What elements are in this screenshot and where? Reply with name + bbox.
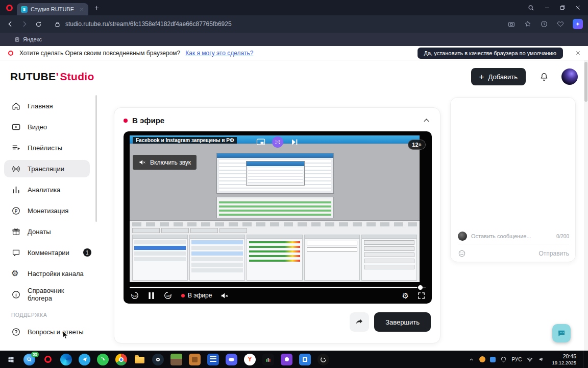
- taskbar-opera-icon[interactable]: [42, 354, 54, 365]
- search-icon[interactable]: [527, 4, 535, 12]
- minimize-button[interactable]: [544, 5, 550, 11]
- tray-app-icon[interactable]: [479, 356, 485, 362]
- taskbar-chrome-icon[interactable]: [115, 354, 127, 365]
- unmute-button[interactable]: Включить звук: [133, 155, 197, 170]
- volume-icon[interactable]: [538, 356, 545, 363]
- heart-icon[interactable]: [556, 20, 565, 28]
- page-scrollbar[interactable]: [584, 60, 588, 351]
- sidebar-item-analytics[interactable]: Аналитика: [4, 181, 90, 198]
- pause-icon[interactable]: [148, 292, 155, 300]
- muted-volume-icon[interactable]: [220, 291, 229, 300]
- share-button[interactable]: [350, 312, 369, 332]
- sidebar-item-channel-settings[interactable]: Настройки канала: [4, 265, 90, 282]
- tray-shield-icon[interactable]: [500, 356, 507, 363]
- forward-button[interactable]: [20, 20, 29, 28]
- progress-bar[interactable]: [130, 287, 426, 288]
- broadcast-icon: [11, 164, 21, 174]
- taskbar-app-icon[interactable]: [299, 354, 311, 365]
- sidebar-item-playlists[interactable]: Плейлисты: [4, 139, 90, 156]
- finish-stream-button[interactable]: Завершить: [374, 312, 431, 332]
- chat-bottom-row: Отправить: [458, 249, 569, 258]
- tray-app-icon[interactable]: [490, 357, 496, 362]
- sidebar-item-donations[interactable]: Донаты: [4, 223, 90, 240]
- notification-close-icon[interactable]: [575, 50, 581, 56]
- taskbar-app-icon[interactable]: [207, 354, 219, 365]
- url-field[interactable]: studio.rutube.ru/stream/6fc1358ef4182df4…: [65, 20, 232, 28]
- main-column: В эфире: [114, 107, 440, 351]
- sidebar-item-label: Аналитика: [28, 186, 60, 194]
- comment-icon: [11, 248, 21, 258]
- send-message-button[interactable]: Отправить: [538, 250, 569, 257]
- wifi-icon[interactable]: [526, 356, 533, 363]
- keyboard-language-indicator[interactable]: РУС: [511, 357, 522, 362]
- progress-knob[interactable]: [418, 285, 423, 290]
- sidebar-panel-button[interactable]: [573, 19, 583, 29]
- taskbar-app-icon[interactable]: [281, 354, 292, 365]
- taskbar-app-icon[interactable]: [189, 354, 201, 365]
- star-icon[interactable]: [524, 20, 532, 28]
- support-chat-fab[interactable]: [552, 324, 571, 342]
- browser-titlebar: Студия RUTUBE: [0, 0, 588, 15]
- sidebar-item-home[interactable]: Главная: [4, 97, 90, 114]
- next-track-icon[interactable]: [289, 137, 300, 147]
- new-tab-button[interactable]: [93, 5, 100, 11]
- browser-addressbar: studio.rutube.ru/stream/6fc1358ef4182df4…: [0, 15, 588, 33]
- sidebar-item-faq[interactable]: Вопросы и ответы: [4, 323, 90, 340]
- sidebar-scrollbar[interactable]: [95, 95, 97, 222]
- taskbar-app-icon[interactable]: [262, 354, 274, 365]
- live-status-label: В эфире: [188, 292, 212, 299]
- sidebar-item-broadcasts[interactable]: Трансляции: [4, 160, 90, 177]
- tray-expand-chevron-icon[interactable]: [468, 356, 475, 363]
- sidebar-item-blogger-guide[interactable]: Справочник блогера: [4, 286, 90, 303]
- tab-close-icon[interactable]: [80, 7, 84, 12]
- shuffle-icon[interactable]: [272, 136, 283, 148]
- collapse-chevron-icon[interactable]: [422, 116, 431, 125]
- reload-button[interactable]: [35, 20, 42, 28]
- maximize-button[interactable]: [559, 5, 566, 11]
- chat-message-input[interactable]: [471, 233, 552, 239]
- start-button[interactable]: [5, 354, 17, 365]
- bookmark-item[interactable]: Яндекс: [14, 36, 42, 42]
- taskbar-clock[interactable]: 20:45 19.12.2025: [552, 353, 576, 366]
- browser-tab[interactable]: Студия RUTUBE: [17, 3, 88, 15]
- taskbar-telegram-icon[interactable]: [79, 354, 90, 365]
- mouse-cursor: [62, 330, 69, 341]
- sidebar: Главная Видео Плейлисты Трансляции Анали…: [0, 93, 97, 351]
- set-default-browser-button[interactable]: Да, установить в качестве браузера по ум…: [418, 48, 563, 59]
- sidebar-item-label: Трансляции: [28, 165, 64, 173]
- sidebar-item-comments[interactable]: Комментарии 1: [4, 244, 90, 261]
- close-window-button[interactable]: [575, 5, 581, 11]
- taskbar-app-icon[interactable]: 55: [23, 354, 35, 365]
- emoji-icon[interactable]: [458, 249, 466, 258]
- pip-icon[interactable]: [256, 137, 266, 147]
- fullscreen-icon[interactable]: [417, 291, 426, 300]
- notifications-bell-icon[interactable]: [539, 72, 549, 82]
- lock-icon[interactable]: [54, 20, 61, 28]
- taskbar-yandex-icon[interactable]: [244, 354, 256, 365]
- notification-link[interactable]: Как я могу это сделать?: [185, 50, 253, 57]
- taskbar-app-icon[interactable]: [97, 354, 109, 365]
- back-button[interactable]: [6, 20, 14, 28]
- forward-10-icon[interactable]: 10: [163, 290, 173, 301]
- show-desktop-button[interactable]: [583, 351, 585, 368]
- add-button[interactable]: Добавить: [471, 68, 526, 85]
- user-avatar[interactable]: [561, 68, 578, 85]
- taskbar-explorer-icon[interactable]: [134, 354, 145, 365]
- clock-icon[interactable]: [540, 20, 548, 28]
- taskbar-app-icon[interactable]: [152, 354, 164, 365]
- taskbar-app-icon[interactable]: [317, 354, 329, 365]
- taskbar-app-icon[interactable]: [170, 354, 182, 365]
- taskbar-app-icon[interactable]: [226, 354, 237, 365]
- page-scrollbar-thumb[interactable]: [584, 62, 587, 102]
- video-player[interactable]: Facebook и Instagram запрещены в РФ: [124, 131, 432, 304]
- taskbar-app-icon[interactable]: [60, 354, 72, 365]
- sidebar-item-label: Справочник блогера: [28, 287, 90, 302]
- sidebar-item-monetization[interactable]: ₽ Монетизация: [4, 202, 90, 219]
- sidebar-item-videos[interactable]: Видео: [4, 118, 90, 135]
- rewind-10-icon[interactable]: 10: [130, 290, 140, 301]
- taskbar: 55: [0, 351, 588, 368]
- camera-icon[interactable]: [507, 20, 516, 28]
- rutube-studio-logo[interactable]: RUTUBE Studio: [10, 71, 94, 83]
- player-settings-gear-icon[interactable]: [402, 292, 409, 300]
- playlist-icon: [11, 143, 21, 153]
